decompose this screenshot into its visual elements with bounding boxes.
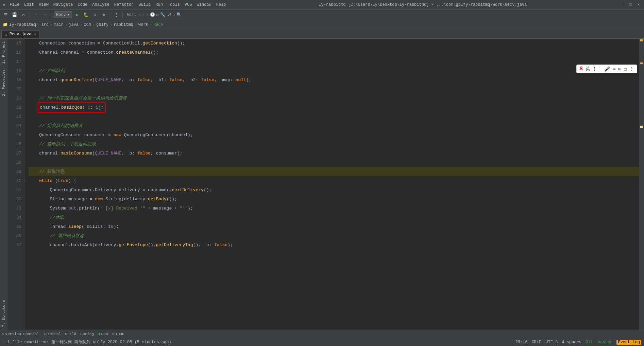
statusbar-indent[interactable]: 4 spaces [562,340,581,345]
bottom-tab-todo[interactable]: 6 TODO [112,332,124,336]
toolbar-back[interactable]: ← [32,11,40,19]
menu-file[interactable]: File [10,2,19,7]
git-check-icon[interactable]: ✓ [138,12,141,17]
toolbar-save-all[interactable]: 💾 [11,11,18,19]
line-num-18: 18 [7,66,21,75]
toolbar-more[interactable]: ⋮ [113,11,120,19]
menu-analyze[interactable]: Analyze [92,2,109,7]
line-num-17: 17 [7,57,21,66]
ime-en[interactable]: 英 [586,66,590,72]
git-section: Git: ✓ ✓ ↑ 🕒 ↺ 🔧 ⎇ ☐ 🔍 [127,12,182,17]
bc-item-work[interactable]: work [138,22,148,27]
line-num-23: 23 [7,112,21,121]
line-num-30: 30 [7,176,21,185]
bc-item-java[interactable]: java [69,22,79,27]
code-line-18: // 声明队列 [29,66,639,75]
git-history-icon[interactable]: 🕒 [150,12,155,17]
panel-project[interactable]: 1: Project [0,39,7,67]
statusbar-commit-msg: 1 file committed: 第一种队列 简单队列 gblfy 2020-… [7,339,171,345]
ime-paren[interactable]: ) [593,66,596,72]
statusbar-vcs[interactable]: Git: master [586,340,612,345]
line-num-37: 37 [7,240,21,250]
scroll-marker-mid [640,62,643,64]
menu-edit[interactable]: Edit [24,2,34,7]
bottom-tab-spring[interactable]: Spring [80,332,94,336]
statusbar-encoding[interactable]: UTF-8 [545,340,558,345]
ime-keyboard-icon[interactable]: ⌨ [613,66,615,72]
toolbar-menu-icon[interactable]: ☰ [2,11,10,19]
menu-run[interactable]: Run [155,2,163,7]
code-line-22: channel.basicQos( i: 1); [29,103,639,112]
ime-box-icon[interactable]: ☐ [624,66,627,72]
bc-item-com[interactable]: com [84,22,91,27]
close-button[interactable]: ✕ [636,2,641,7]
tab-recv-java[interactable]: ☕ Recv.java ✕ [1,30,40,38]
code-line-24: // 定义队列的消费者 [29,121,639,130]
bc-item-project[interactable]: ly-rabbitmq [9,22,36,27]
line-num-16: 16 [7,48,21,57]
tabbar: ☕ Recv.java ✕ [0,29,644,39]
menu-view[interactable]: View [39,2,49,7]
panel-favorites[interactable]: 2: Favorites [0,67,7,99]
ime-brand: S [579,66,583,72]
toolbar-forward[interactable]: → [41,11,49,19]
tab-close-icon[interactable]: ✕ [34,32,36,36]
code-area[interactable]: Connection connection = ConnectionUtil.g… [24,39,639,330]
code-line-35: Thread.sleep( millis: 10); [29,222,639,231]
code-line-32: String message = new String(delivery.get… [29,195,639,204]
statusbar-right: 29:16 CRLF UTF-8 4 spaces Git: master Ev… [515,340,641,345]
maximize-button[interactable]: □ [628,2,633,7]
code-line-30: ⊙ while (true) { [29,176,639,185]
ime-settings-icon[interactable]: ⋮ [629,66,634,72]
statusbar-line-sep[interactable]: CRLF [532,340,542,345]
menu-build[interactable]: Build [138,2,151,7]
run-with-coverage[interactable]: ⊙ [91,11,99,19]
bc-item-src[interactable]: src [41,22,49,27]
run-button[interactable]: ▶ [73,11,81,19]
menu-refactor[interactable]: Refactor [114,2,134,7]
bottom-tab-vcs[interactable]: 9 Version Control [2,332,39,336]
debug-button[interactable]: 🐛 [82,11,90,19]
line-num-21: 21 [7,94,21,103]
line-num-36: 36 [7,231,21,240]
statusbar-position[interactable]: 29:16 [515,340,528,345]
bottom-tab-run[interactable]: 4 Run [98,332,108,336]
line-num-35: 35 [7,222,21,231]
git-merge-icon[interactable]: ✓ [142,12,145,17]
profile-button[interactable]: ⊕ [100,11,107,19]
bottom-tab-terminal[interactable]: Terminal [43,332,61,336]
minimize-button[interactable]: — [620,2,625,7]
menu-code[interactable]: Code [78,2,87,7]
git-rollback-icon[interactable]: ↺ [156,12,159,17]
titlebar: ● File Edit View Navigate Code Analyze R… [0,0,644,10]
menu-help[interactable]: Help [216,2,226,7]
statusbar-event-log[interactable]: Event Log [616,340,641,345]
statusbar-vcs-icon: ↑ [3,340,5,345]
menu-navigate[interactable]: Navigate [53,2,73,7]
ime-grid-icon[interactable]: ⊞ [618,66,621,72]
menu-tools[interactable]: Tools [168,2,180,7]
right-scrollbar[interactable] [639,39,644,330]
code-line-37: channel.basicAck(delivery.getEnvelope().… [29,240,639,250]
panel-structure[interactable]: 7: Structure [0,297,7,330]
scroll-marker-bottom [640,126,643,128]
git-wrench-icon[interactable]: 🔧 [160,12,165,17]
bc-item-recv[interactable]: Recv [153,22,163,27]
git-branch-icon[interactable]: ⎇ [167,12,171,17]
ime-quote[interactable]: ' [598,66,601,72]
menu-vcs[interactable]: VCS [185,2,192,7]
git-push-icon[interactable]: ↑ [146,13,148,17]
bc-item-rabbitmq[interactable]: rabbitmq [114,22,133,27]
line-num-27: 27 [7,149,21,158]
bc-item-main[interactable]: main [54,22,64,27]
toolbar: ☰ 💾 ↺ ← → Recv ▾ ▶ 🐛 ⊙ ⊕ ⋮ Git: ✓ ✓ ↑ 🕒 … [0,10,644,20]
menu-window[interactable]: Window [197,2,211,7]
ime-mic-icon[interactable]: 🎤 [604,66,610,72]
toolbar-sync[interactable]: ↺ [20,11,27,19]
toolbar-search-everywhere[interactable]: 🔍 [176,12,182,17]
run-config-selector[interactable]: Recv ▾ [54,11,72,18]
bc-item-gblfy[interactable]: gblfy [96,22,108,27]
line-num-15: 15 [7,39,21,48]
bottom-tab-build[interactable]: Build [65,332,76,336]
toolbar-screenshot[interactable]: ☐ [173,12,175,17]
